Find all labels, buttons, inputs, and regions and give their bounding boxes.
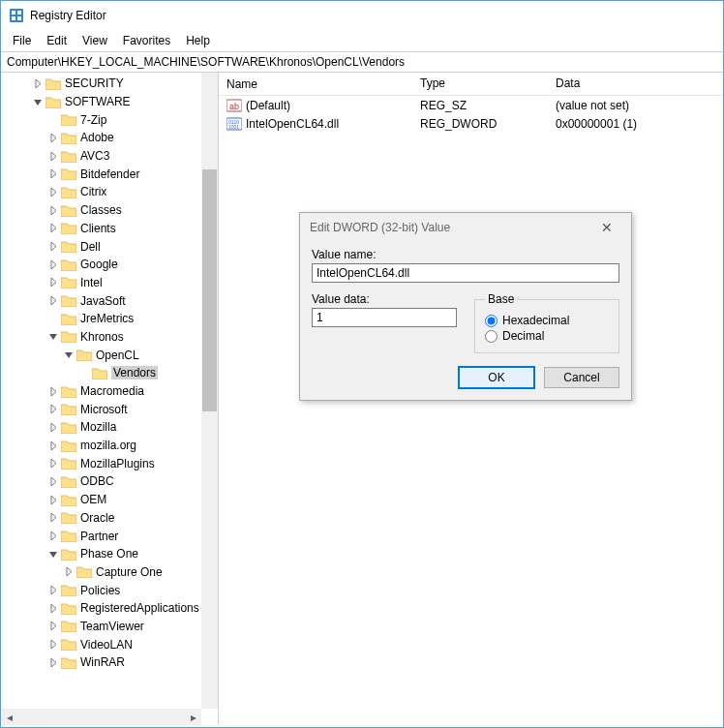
chevron-right-icon[interactable] (47, 258, 59, 270)
chevron-right-icon[interactable] (47, 458, 59, 470)
menu-view[interactable]: View (75, 32, 115, 49)
tree-item[interactable]: Mozilla (3, 418, 201, 437)
tree-item[interactable]: Intel (3, 274, 201, 292)
chevron-right-icon[interactable] (47, 168, 59, 180)
chevron-right-icon[interactable] (47, 186, 59, 197)
chevron-down-icon[interactable] (47, 548, 59, 560)
tree-item[interactable]: TeamViewer (3, 618, 201, 636)
col-data-header[interactable]: Data (548, 73, 723, 95)
folder-icon (61, 475, 76, 488)
tree-item[interactable]: SOFTWARE (3, 93, 201, 111)
value-data-input[interactable] (312, 308, 457, 327)
twisty-spacer (78, 367, 90, 379)
chevron-right-icon[interactable] (47, 531, 59, 542)
chevron-right-icon[interactable] (63, 566, 75, 578)
menu-help[interactable]: Help (178, 32, 218, 49)
chevron-right-icon[interactable] (47, 241, 59, 253)
tree-item[interactable]: Adobe (3, 129, 201, 147)
folder-icon (61, 656, 76, 669)
chevron-right-icon[interactable] (47, 421, 59, 433)
chevron-right-icon[interactable] (47, 494, 59, 505)
chevron-right-icon[interactable] (47, 404, 59, 415)
tree-item[interactable]: Citrix (3, 183, 201, 201)
tree-item[interactable]: OpenCL (3, 346, 201, 364)
tree-item[interactable]: mozilla.org (3, 437, 201, 455)
radio-hex[interactable]: Hexadecimal (485, 314, 609, 327)
tree-label: Partner (80, 530, 118, 543)
tree-item[interactable]: Vendors (3, 364, 201, 382)
chevron-right-icon[interactable] (47, 385, 59, 397)
tree-item[interactable]: Macromedia (3, 382, 201, 401)
tree-item[interactable]: SECURITY (3, 75, 201, 93)
dialog-close-button[interactable]: ✕ (592, 220, 621, 235)
registry-tree[interactable]: SECURITYSOFTWARE7-ZipAdobeAVC3Bitdefende… (1, 73, 201, 674)
folder-icon (76, 349, 92, 361)
menu-favorites[interactable]: Favorites (115, 32, 178, 49)
address-bar[interactable]: Computer\HKEY_LOCAL_MACHINE\SOFTWARE\Khr… (1, 51, 723, 73)
menu-file[interactable]: File (5, 32, 39, 49)
tree-item[interactable]: AVC3 (3, 147, 201, 166)
title-bar: Registry Editor (1, 1, 723, 30)
tree-label: Microsoft (80, 403, 128, 416)
chevron-right-icon[interactable] (47, 639, 59, 651)
tree-item[interactable]: Dell (3, 237, 201, 256)
value-name-label: Value name: (312, 248, 619, 261)
chevron-right-icon[interactable] (47, 585, 59, 596)
tree-label: Capture One (96, 565, 163, 579)
ok-button[interactable]: OK (459, 367, 534, 388)
tree-item[interactable]: WinRAR (3, 653, 201, 672)
menu-edit[interactable]: Edit (39, 32, 75, 49)
list-row[interactable]: (Default)REG_SZ(value not set) (219, 96, 723, 114)
chevron-right-icon[interactable] (47, 204, 59, 216)
col-type-header[interactable]: Type (412, 73, 548, 95)
list-row[interactable]: IntelOpenCL64.dllREG_DWORD0x00000001 (1) (219, 114, 723, 133)
chevron-right-icon[interactable] (47, 277, 59, 288)
tree-item[interactable]: OEM (3, 491, 201, 509)
tree-item[interactable]: 7-Zip (3, 110, 201, 129)
chevron-right-icon[interactable] (47, 295, 59, 307)
chevron-right-icon[interactable] (47, 656, 59, 668)
chevron-down-icon[interactable] (63, 349, 75, 361)
tree-item[interactable]: JreMetrics (3, 310, 201, 328)
tree-item[interactable]: MozillaPlugins (3, 454, 201, 472)
tree-item[interactable]: Microsoft (3, 400, 201, 418)
tree-item[interactable]: Clients (3, 220, 201, 238)
cancel-button[interactable]: Cancel (544, 367, 619, 388)
chevron-right-icon[interactable] (47, 440, 59, 451)
tree-item[interactable]: Oracle (3, 509, 201, 528)
radio-hex-input[interactable] (485, 315, 498, 327)
tree-item[interactable]: Phase One (3, 545, 201, 563)
tree-vertical-scrollbar[interactable] (201, 73, 218, 709)
tree-item[interactable]: JavaSoft (3, 291, 201, 310)
menu-bar: File Edit View Favorites Help (1, 30, 723, 51)
tree-item[interactable]: Google (3, 256, 201, 274)
chevron-right-icon[interactable] (47, 223, 59, 234)
chevron-right-icon[interactable] (47, 150, 59, 162)
folder-icon (61, 440, 76, 452)
tree-horizontal-scrollbar[interactable]: ◂▸ (1, 709, 201, 725)
radio-dec-input[interactable] (485, 330, 498, 343)
chevron-right-icon[interactable] (47, 132, 59, 143)
tree-item[interactable]: RegisteredApplications (3, 599, 201, 618)
chevron-right-icon[interactable] (47, 602, 59, 614)
tree-item[interactable]: Classes (3, 201, 201, 220)
chevron-right-icon[interactable] (47, 475, 59, 487)
chevron-right-icon[interactable] (32, 77, 44, 89)
chevron-down-icon[interactable] (32, 96, 44, 107)
col-name-header[interactable]: Name (219, 73, 412, 95)
radio-dec[interactable]: Decimal (485, 329, 609, 343)
tree-item[interactable]: Partner (3, 527, 201, 545)
value-name-input[interactable] (312, 263, 619, 283)
tree-item[interactable]: Policies (3, 581, 201, 599)
tree-label: Policies (80, 584, 120, 597)
tree-item[interactable]: ODBC (3, 472, 201, 491)
chevron-right-icon[interactable] (47, 512, 59, 524)
folder-icon (61, 150, 76, 163)
tree-item[interactable]: VideoLAN (3, 635, 201, 653)
tree-item[interactable]: Khronos (3, 328, 201, 347)
chevron-right-icon[interactable] (47, 621, 59, 632)
tree-item[interactable]: Bitdefender (3, 165, 201, 183)
chevron-down-icon[interactable] (47, 331, 59, 343)
tree-item[interactable]: Capture One (3, 563, 201, 582)
folder-icon (76, 565, 92, 578)
